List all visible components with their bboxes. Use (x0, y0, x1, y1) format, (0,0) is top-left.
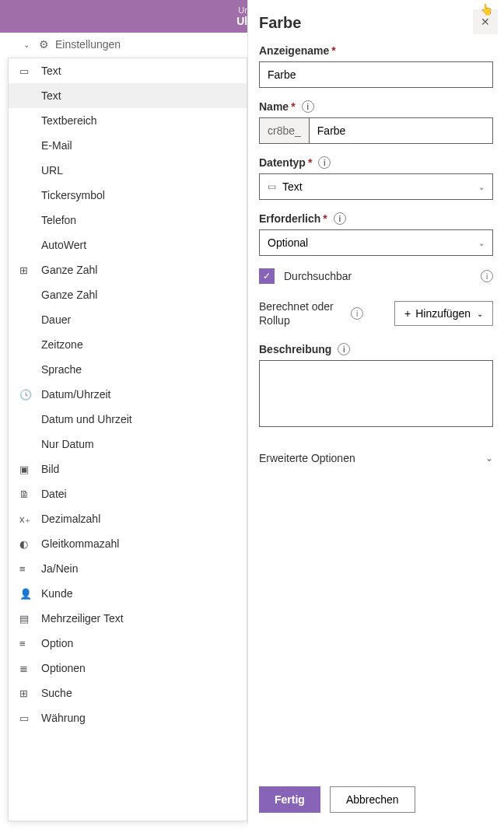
close-button[interactable]: ✕ (473, 9, 498, 34)
category-icon: ⊞ (19, 264, 35, 276)
name-prefix: cr8be_ (259, 117, 309, 144)
datatype-option[interactable]: E-Mail (9, 133, 247, 158)
gear-icon: ⚙ (39, 38, 49, 51)
type-icon: ≡ (19, 563, 35, 575)
datatype-option[interactable]: Text (9, 83, 247, 108)
datatype-option[interactable]: ≡Ja/Nein (9, 556, 247, 581)
searchable-label: Durchsuchbar (284, 270, 352, 282)
panel-title: Farbe (259, 14, 493, 32)
cancel-button[interactable]: Abbrechen (330, 786, 415, 813)
type-icon: ▤ (19, 613, 35, 625)
chevron-down-icon: ⌄ (485, 453, 493, 464)
required-select[interactable]: Optional ⌄ (259, 229, 493, 256)
name-input[interactable] (309, 117, 493, 144)
datatype-option[interactable]: Dauer (9, 307, 247, 332)
datatype-option[interactable]: Textbereich (9, 108, 247, 133)
calc-label: Berechnet oder Rollup (259, 299, 345, 327)
advanced-options-toggle[interactable]: Erweiterte Optionen ⌄ (259, 443, 493, 474)
type-icon: 🗎 (19, 488, 35, 500)
info-icon[interactable]: i (338, 343, 350, 355)
name-label: Name* i (259, 100, 493, 113)
datatype-category[interactable]: ▭Text (9, 58, 247, 83)
chevron-down-icon: ⌄ (478, 239, 485, 247)
chevron-down-icon: ⌄ (478, 183, 485, 191)
datatype-option[interactable]: AutoWert (9, 233, 247, 257)
datatype-option[interactable]: Nur Datum (9, 432, 247, 457)
datatype-option[interactable]: 🗎Datei (9, 481, 247, 506)
datatype-option[interactable]: x₊Dezimalzahl (9, 506, 247, 531)
datatype-option[interactable]: ▣Bild (9, 457, 247, 481)
chevron-down-icon: ⌄ (477, 310, 483, 318)
datatype-option[interactable]: 👤Kunde (9, 581, 247, 606)
column-properties-panel: Farbe ✕ 👆 Anzeigename* Name* i cr8be_ Da… (247, 0, 504, 824)
datatype-option[interactable]: ▭Währung (9, 705, 247, 730)
datatype-option[interactable]: Zeitzone (9, 332, 247, 357)
datatype-option[interactable]: Telefon (9, 208, 247, 233)
datatype-option[interactable]: ≡Option (9, 631, 247, 656)
display-name-label: Anzeigename* (259, 44, 493, 57)
info-icon[interactable]: i (318, 156, 331, 169)
chevron-down-icon: ⌄ (23, 40, 30, 49)
type-icon: ≣ (19, 663, 35, 674)
settings-label: Einstellungen (55, 38, 121, 51)
category-icon: 🕓 (19, 389, 35, 401)
datatype-option[interactable]: URL (9, 158, 247, 183)
datatype-option[interactable]: Sprache (9, 357, 247, 382)
done-button[interactable]: Fertig (259, 786, 320, 813)
required-label: Erforderlich* i (259, 212, 493, 225)
category-icon: ▭ (19, 65, 35, 77)
datatype-option[interactable]: ⊞Suche (9, 681, 247, 705)
datatype-label: Datentyp* i (259, 156, 493, 169)
type-icon: ▭ (19, 712, 35, 724)
datatype-option[interactable]: ◐Gleitkommazahl (9, 531, 247, 556)
datatype-select[interactable]: ▭ Text ⌄ (259, 173, 493, 200)
description-label: Beschreibung i (259, 343, 493, 355)
info-icon[interactable]: i (351, 307, 363, 320)
type-icon: ⊞ (19, 688, 35, 699)
datatype-option[interactable]: Datum und Uhrzeit (9, 407, 247, 432)
datatype-category[interactable]: ⊞Ganze Zahl (9, 257, 247, 282)
info-icon[interactable]: i (334, 212, 346, 225)
datatype-category[interactable]: 🕓Datum/Uhrzeit (9, 382, 247, 407)
searchable-checkbox[interactable]: ✓ (259, 268, 275, 284)
type-icon: x₊ (19, 513, 35, 525)
type-icon: ◐ (19, 538, 35, 550)
info-icon[interactable]: i (481, 270, 493, 282)
info-icon[interactable]: i (302, 100, 314, 113)
text-type-icon: ▭ (268, 181, 276, 192)
description-textarea[interactable] (259, 360, 493, 427)
type-icon: ≡ (19, 638, 35, 649)
add-calc-button[interactable]: + Hinzufügen ⌄ (394, 301, 493, 326)
type-icon: ▣ (19, 464, 35, 475)
datatype-option[interactable]: Ganze Zahl (9, 282, 247, 307)
display-name-input[interactable] (259, 61, 493, 88)
datatype-option[interactable]: ▤Mehrzeiliger Text (9, 606, 247, 631)
datatype-dropdown[interactable]: ▭TextTextTextbereichE-MailURLTickersymbo… (8, 58, 247, 821)
type-icon: 👤 (19, 588, 35, 600)
datatype-option[interactable]: ≣Optionen (9, 656, 247, 681)
datatype-option[interactable]: Tickersymbol (9, 183, 247, 208)
plus-icon: + (404, 307, 411, 320)
